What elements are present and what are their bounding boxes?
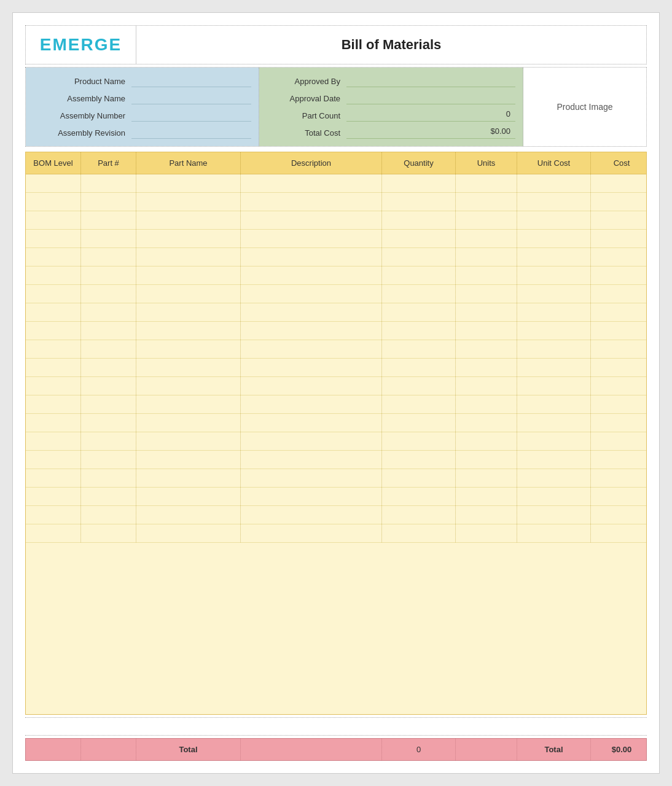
table-row — [26, 414, 646, 432]
table-row — [26, 524, 646, 543]
assembly-name-row: Assembly Name — [26, 90, 259, 107]
product-image-label: Product Image — [557, 102, 612, 112]
table-container: BOM Level Part # Part Name Description Q… — [25, 152, 647, 761]
table-row — [26, 359, 646, 377]
table-row — [26, 267, 646, 285]
col-quantity: Quantity — [382, 152, 456, 174]
footer-cost-label: Total — [517, 739, 591, 760]
assembly-revision-row: Assembly Revision — [26, 124, 259, 141]
part-count-value: 0 — [346, 109, 515, 122]
footer-cost-total: $0.00 — [591, 739, 652, 760]
title-section: Bill of Materials — [136, 26, 646, 64]
footer-total-label: Total — [136, 739, 241, 760]
table-row — [26, 469, 646, 488]
page-title: Bill of Materials — [342, 37, 442, 53]
bom-page: EMERGE Bill of Materials Product Name As… — [12, 12, 660, 774]
approval-date-label: Approval Date — [267, 94, 346, 103]
assembly-name-label: Assembly Name — [33, 94, 131, 103]
assembly-number-label: Assembly Number — [33, 111, 131, 120]
footer-quantity-total: 0 — [382, 739, 456, 760]
table-row — [26, 285, 646, 303]
total-cost-value: $0.00 — [346, 126, 515, 139]
col-units: Units — [456, 152, 517, 174]
product-name-label: Product Name — [33, 77, 131, 86]
table-row — [26, 506, 646, 524]
table-row — [26, 193, 646, 211]
assembly-name-value[interactable] — [131, 92, 251, 104]
col-cost: Cost — [591, 152, 652, 174]
logo-section: EMERGE — [26, 26, 136, 64]
footer-row: Total 0 Total $0.00 — [25, 738, 647, 761]
approval-date-row: Approval Date — [259, 90, 523, 107]
col-unit-cost: Unit Cost — [517, 152, 591, 174]
product-name-row: Product Name — [26, 72, 259, 90]
table-row — [26, 395, 646, 414]
assembly-number-value[interactable] — [131, 109, 251, 122]
info-middle: Approved By Approval Date Part Count 0 T… — [259, 68, 523, 146]
table-row — [26, 230, 646, 248]
assembly-number-row: Assembly Number — [26, 107, 259, 124]
table-row — [26, 488, 646, 506]
table-row — [26, 303, 646, 322]
table-row — [26, 174, 646, 193]
info-right: Product Image — [523, 68, 646, 146]
table-row — [26, 451, 646, 469]
part-count-row: Part Count 0 — [259, 107, 523, 124]
spacer-row — [25, 717, 647, 736]
approved-by-label: Approved By — [267, 77, 346, 86]
approved-by-value[interactable] — [346, 75, 515, 87]
col-bom-level: BOM Level — [26, 152, 81, 174]
info-left: Product Name Assembly Name Assembly Numb… — [26, 68, 259, 146]
table-row — [26, 322, 646, 340]
product-name-value[interactable] — [131, 75, 251, 87]
table-row — [26, 377, 646, 395]
assembly-revision-label: Assembly Revision — [33, 128, 131, 138]
header-section: EMERGE Bill of Materials — [25, 25, 647, 64]
info-section: Product Name Assembly Name Assembly Numb… — [25, 67, 647, 147]
table-body — [25, 174, 647, 715]
approval-date-value[interactable] — [346, 92, 515, 104]
total-cost-label: Total Cost — [267, 128, 346, 138]
footer-empty-2 — [81, 739, 136, 760]
col-description: Description — [241, 152, 382, 174]
logo-text: EMERGE — [40, 35, 122, 55]
part-count-label: Part Count — [267, 111, 346, 120]
footer-empty-4 — [456, 739, 517, 760]
table-row — [26, 340, 646, 359]
table-row — [26, 248, 646, 267]
col-part-name: Part Name — [136, 152, 241, 174]
footer-empty-3 — [241, 739, 382, 760]
table-row — [26, 211, 646, 230]
approved-by-row: Approved By — [259, 72, 523, 90]
footer-empty-1 — [26, 739, 81, 760]
table-row — [26, 432, 646, 451]
table-header: BOM Level Part # Part Name Description Q… — [25, 152, 647, 174]
col-part-num: Part # — [81, 152, 136, 174]
assembly-revision-value[interactable] — [131, 126, 251, 139]
total-cost-row: Total Cost $0.00 — [259, 124, 523, 141]
